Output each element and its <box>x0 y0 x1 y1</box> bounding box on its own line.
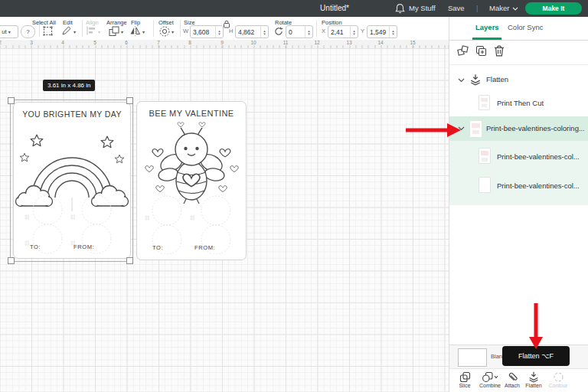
card-rainbow-to: TO: <box>30 243 41 250</box>
slice-label: Slice <box>454 383 475 388</box>
layer-thumbnail <box>479 177 491 193</box>
edit-caret-icon[interactable]: ▾ <box>74 29 76 34</box>
card-bee-from: FROM: <box>194 244 215 251</box>
my-stuff-link[interactable]: My Stuff <box>409 4 436 12</box>
width-stepper[interactable]: ▴▾ <box>215 26 223 38</box>
selection-handle-top-right[interactable] <box>126 97 133 104</box>
flatten-label: Flatten <box>523 383 544 388</box>
machine-selector[interactable]: Maker <box>489 4 509 12</box>
layer-label: Flatten <box>486 75 508 83</box>
arrange-label: Arrange <box>106 19 127 26</box>
annotation-arrow-down <box>527 302 545 351</box>
document-title[interactable]: Untitled* <box>320 4 349 12</box>
selection-handle-bottom-right[interactable] <box>126 257 133 264</box>
notifications-bell-icon[interactable] <box>395 3 405 14</box>
annotation-arrow-right <box>404 121 462 139</box>
layer-row-bee-print[interactable]: Print-bee-valentines-col... <box>449 144 588 170</box>
topbar-divider: | <box>476 4 478 12</box>
layer-row-flatten[interactable]: Flatten <box>449 69 588 92</box>
rotate-icon[interactable] <box>274 27 283 36</box>
layer-label: Print-bee-valentines-col... <box>497 152 580 161</box>
width-input[interactable] <box>191 26 215 38</box>
layer-thumbnail <box>479 148 491 164</box>
rotate-field[interactable]: ▴▾ <box>286 25 313 38</box>
arrange-caret-icon[interactable]: ▾ <box>121 29 123 34</box>
height-letter: H <box>229 28 233 34</box>
combine-label: Combine <box>477 383 503 388</box>
ruler-label: 15 <box>408 40 417 45</box>
ruler-label: 9 <box>217 40 227 45</box>
toolbar-separator <box>82 20 83 37</box>
card-rainbow-from: FROM: <box>74 243 94 250</box>
ruler-label: 6 <box>122 40 131 45</box>
help-button[interactable]: ? <box>21 25 35 38</box>
ruler-label: 12 <box>312 40 322 45</box>
save-link[interactable]: Save <box>448 4 465 12</box>
position-y-field[interactable]: ▴▾ <box>367 25 397 38</box>
arrange-icon[interactable] <box>109 26 119 37</box>
design-canvas[interactable]: 2 3 4 5 6 7 8 9 10 11 12 13 14 15 3.61 i… <box>0 40 449 392</box>
flip-label: Flip <box>131 19 140 26</box>
chevron-down-icon[interactable] <box>458 78 465 83</box>
selection-handle-top-left[interactable] <box>8 97 15 104</box>
y-letter: Y <box>361 28 364 34</box>
attach-label: Attach <box>501 383 523 388</box>
attach-button[interactable]: Attach <box>501 371 523 388</box>
layer-row-bee-background[interactable]: Print-bee-valentines-col... <box>449 173 588 199</box>
panel-divider <box>449 64 588 65</box>
height-field[interactable]: ▴▾ <box>235 25 269 38</box>
height-input[interactable] <box>236 26 260 38</box>
make-it-button[interactable]: Make It <box>525 2 582 15</box>
select-all-label: Select All <box>32 19 56 26</box>
combine-button[interactable]: Combine <box>477 371 503 388</box>
ruler-label: 3 <box>27 40 36 45</box>
card-bee[interactable]: BEE MY VALENTINE <box>136 101 247 260</box>
machine-chevron-down-icon[interactable] <box>512 7 518 11</box>
height-stepper[interactable]: ▴▾ <box>260 26 268 38</box>
layer-row-print-then-cut[interactable]: Print Then Cut <box>449 92 588 116</box>
tab-layers[interactable]: Layers <box>475 23 499 31</box>
slice-icon <box>454 371 475 383</box>
ruler-label: 11 <box>281 40 290 45</box>
width-field[interactable]: ▴▾ <box>190 25 224 38</box>
card-rainbow[interactable]: YOU BRIGHTEN MY DAY <box>13 102 131 259</box>
tab-color-sync[interactable]: Color Sync <box>508 23 543 31</box>
position-x-field[interactable]: ▴▾ <box>328 25 358 38</box>
slice-button[interactable]: Slice <box>454 371 475 388</box>
rotate-input[interactable] <box>286 26 305 38</box>
width-letter: W <box>183 28 188 34</box>
contour-icon <box>546 371 570 383</box>
layer-thumbnail <box>469 120 482 138</box>
flip-icon[interactable] <box>129 26 141 36</box>
linetype-partial-label: ut <box>2 28 7 35</box>
position-x-input[interactable] <box>328 26 350 38</box>
ruler-label: 7 <box>154 40 163 45</box>
rotate-stepper[interactable]: ▴▾ <box>305 26 312 38</box>
edit-pencil-icon[interactable] <box>61 26 71 36</box>
layer-row-bee-group[interactable]: Print-bee-valentines-coloring... <box>449 116 588 141</box>
position-y-stepper[interactable]: ▴▾ <box>389 26 397 38</box>
top-bar: Untitled* My Stuff Save | Maker Make It <box>0 0 588 17</box>
select-all-icon[interactable] <box>43 26 53 36</box>
flip-caret-icon[interactable]: ▾ <box>142 29 145 34</box>
offset-caret-icon[interactable]: ▾ <box>172 29 174 34</box>
combine-icon <box>477 371 503 383</box>
toolbar-separator <box>180 20 181 37</box>
flatten-layer-icon <box>469 74 482 86</box>
layer-thumbnail <box>479 95 490 110</box>
ruler-label: 2 <box>0 40 5 45</box>
background-color-swatch[interactable] <box>458 348 487 367</box>
align-caret-icon: ▾ <box>98 29 100 34</box>
contour-button: Contour <box>546 371 570 388</box>
duplicate-icon[interactable] <box>475 45 487 57</box>
position-y-input[interactable] <box>368 26 389 38</box>
delete-trash-icon[interactable] <box>494 45 505 57</box>
flatten-button[interactable]: Flatten <box>523 371 544 388</box>
selection-handle-bottom-left[interactable] <box>8 257 15 264</box>
card-bee-to: TO: <box>152 244 163 251</box>
offset-icon[interactable] <box>159 26 170 37</box>
position-x-stepper[interactable]: ▴▾ <box>350 26 358 38</box>
linetype-dropdown[interactable]: ut ▾ <box>0 25 18 38</box>
layer-label: Print Then Cut <box>497 99 544 107</box>
group-icon[interactable] <box>457 45 469 57</box>
